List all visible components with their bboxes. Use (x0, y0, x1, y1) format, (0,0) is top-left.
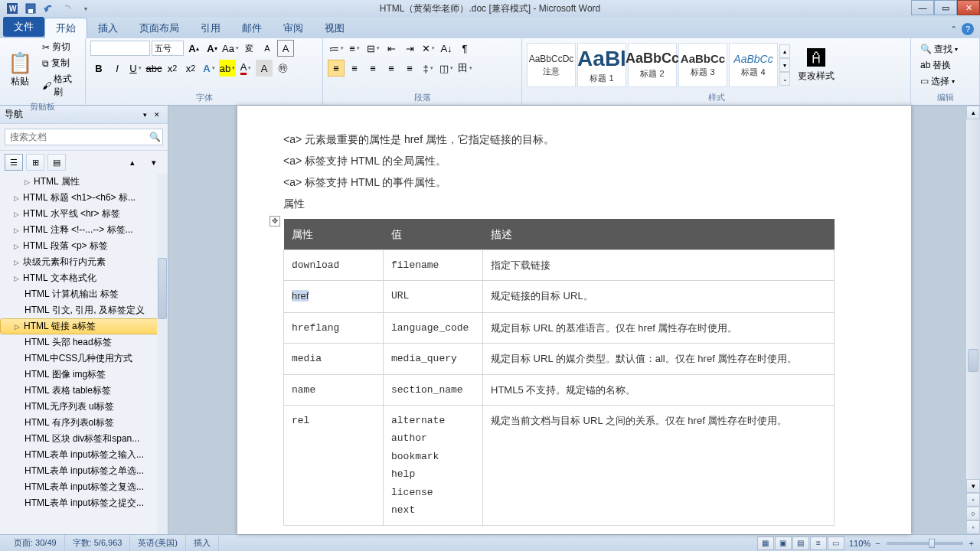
minimize-ribbon-icon[interactable]: ⌃ (950, 24, 957, 34)
nav-item[interactable]: HTML 计算机输出 标签 (0, 286, 168, 302)
word-icon[interactable]: W (5, 2, 20, 15)
tab-view[interactable]: 视图 (314, 18, 355, 38)
scroll-down-icon[interactable]: ▾ (966, 479, 980, 493)
close-button[interactable]: ✕ (957, 0, 980, 15)
tab-review[interactable]: 审阅 (273, 18, 314, 38)
text-effects-button[interactable]: A (201, 60, 217, 77)
table-move-handle[interactable]: ✥ (270, 216, 280, 227)
nav-scrollbar[interactable] (157, 174, 168, 534)
next-page-icon[interactable]: ◦ (966, 520, 980, 534)
char-shading-button[interactable]: A (256, 60, 273, 77)
tab-mail[interactable]: 邮件 (231, 18, 273, 38)
clear-format-button[interactable]: A (259, 40, 276, 57)
paste-button[interactable]: 📋 粘贴 (5, 51, 34, 88)
bullets-button[interactable]: ≔ (328, 40, 345, 57)
nav-item[interactable]: HTML 区块 div标签和span... (0, 431, 168, 447)
gallery-down-icon[interactable]: ▾ (779, 58, 790, 72)
save-icon[interactable] (23, 2, 38, 15)
help-icon[interactable]: ? (962, 23, 974, 35)
view-draft[interactable]: ▭ (828, 536, 844, 550)
enclosed-char-button[interactable]: ㊕ (274, 60, 291, 77)
nav-tab-results[interactable]: ▤ (47, 154, 66, 171)
change-case-button[interactable]: Aa (222, 40, 239, 57)
cut-button[interactable]: ✂剪切 (41, 40, 80, 54)
decrease-indent-button[interactable]: ⇤ (383, 40, 400, 57)
nav-scroll-thumb[interactable] (158, 258, 167, 319)
nav-item[interactable]: ▷HTML 段落 <p> 标签 (0, 238, 168, 254)
view-outline[interactable]: ≡ (810, 536, 827, 550)
tab-pagelayout[interactable]: 页面布局 (129, 18, 190, 38)
nav-item[interactable]: ▷HTML 文本格式化 (0, 270, 168, 286)
search-icon[interactable]: 🔍 (147, 132, 162, 142)
minimize-button[interactable]: — (911, 0, 934, 15)
page[interactable]: <a> 元素最重要的属性是 href 属性，它指定链接的目标。 <a> 标签支持… (237, 106, 911, 534)
gallery-more-icon[interactable]: ⌄ (779, 72, 790, 86)
zoom-out-button[interactable]: − (875, 539, 880, 548)
zoom-in-button[interactable]: + (969, 539, 974, 548)
tab-insert[interactable]: 插入 (87, 18, 129, 38)
nav-item[interactable]: ▷HTML 链接 a标签 (0, 318, 168, 334)
view-print-layout[interactable]: ▦ (757, 536, 774, 550)
nav-next-icon[interactable]: ▾ (145, 154, 163, 171)
style-item-2[interactable]: AaBbCc标题 2 (628, 43, 677, 87)
nav-item[interactable]: HTML 图像 img标签 (0, 367, 168, 383)
nav-search-input[interactable] (5, 132, 147, 142)
line-spacing-button[interactable]: ‡ (420, 60, 436, 77)
nav-item[interactable]: HTML 有序列表ol标签 (0, 415, 168, 431)
nav-item[interactable]: HTML表单 input标签之复选... (0, 479, 168, 495)
increase-indent-button[interactable]: ⇥ (401, 40, 418, 57)
nav-item[interactable]: ▷HTML 标题 <h1>-<h6> 标... (0, 190, 168, 206)
tab-references[interactable]: 引用 (190, 18, 231, 38)
select-button[interactable]: ▭选择▾ (919, 74, 959, 89)
nav-item[interactable]: HTML表单 input标签之输入... (0, 447, 168, 463)
font-size-combo[interactable] (152, 41, 184, 56)
shading-button[interactable]: ◫ (438, 60, 455, 77)
nav-menu-icon[interactable]: ▾ (139, 109, 151, 121)
style-gallery[interactable]: AaBbCcDc注意 AaBl标题 1 AaBbCc标题 2 AaBbCc标题 … (527, 43, 790, 87)
maximize-button[interactable]: ▭ (934, 0, 957, 15)
numbering-button[interactable]: ≡ (346, 40, 363, 57)
status-page[interactable]: 页面: 30/49 (6, 535, 65, 551)
copy-button[interactable]: ⧉复制 (41, 56, 80, 70)
borders-button[interactable]: 田 (456, 60, 473, 77)
nav-item[interactable]: HTML表单 input标签之提交... (0, 495, 168, 511)
status-language[interactable]: 英语(美国) (130, 535, 185, 551)
qat-more-icon[interactable]: ▾ (78, 2, 93, 15)
nav-item[interactable]: HTML 引文, 引用, 及标签定义 (0, 302, 168, 318)
nav-close-icon[interactable]: ✕ (151, 109, 163, 121)
distributed-button[interactable]: ≡ (401, 60, 418, 77)
gallery-up-icon[interactable]: ▴ (779, 44, 790, 58)
redo-icon[interactable] (60, 2, 75, 15)
doc-scrollbar[interactable]: ▴ ▾ ◦ ○ ◦ (966, 106, 980, 534)
bold-button[interactable]: B (90, 60, 107, 77)
sort-button[interactable]: A↓ (438, 40, 455, 57)
nav-item[interactable]: HTML 表格 table标签 (0, 383, 168, 399)
nav-item[interactable]: ▷HTML 注释 <!--...--> 标签... (0, 222, 168, 238)
char-border-button[interactable]: A (277, 40, 294, 57)
nav-item[interactable]: HTML中CSS几种使用方式 (0, 350, 168, 367)
show-marks-button[interactable]: ¶ (456, 40, 473, 57)
nav-prev-icon[interactable]: ▴ (123, 154, 142, 171)
style-item-0[interactable]: AaBbCcDc注意 (527, 43, 576, 87)
phonetic-button[interactable]: 変 (240, 40, 257, 57)
font-color-button[interactable]: A (237, 60, 254, 77)
zoom-slider[interactable] (887, 542, 963, 545)
text-direction-button[interactable]: ✕ (420, 40, 436, 57)
style-item-1[interactable]: AaBl标题 1 (577, 43, 626, 87)
replace-button[interactable]: ab替换 (919, 58, 959, 73)
format-painter-button[interactable]: 🖌格式刷 (41, 72, 80, 99)
underline-button[interactable]: U (127, 60, 144, 77)
change-styles-button[interactable]: 🅰 更改样式 (798, 47, 835, 83)
scroll-up-icon[interactable]: ▴ (966, 106, 980, 119)
nav-tree[interactable]: ▷HTML 属性▷HTML 标题 <h1>-<h6> 标...▷HTML 水平线… (0, 174, 168, 534)
italic-button[interactable]: I (109, 60, 126, 77)
font-name-combo[interactable] (90, 41, 150, 56)
find-button[interactable]: 🔍查找▾ (919, 42, 959, 57)
nav-item[interactable]: HTML表单 input标签之单选... (0, 463, 168, 479)
zoom-level[interactable]: 110% (849, 539, 871, 548)
align-right-button[interactable]: ≡ (364, 60, 381, 77)
style-item-3[interactable]: AaBbCc标题 3 (678, 43, 727, 87)
doc-scroll-thumb[interactable] (968, 349, 978, 372)
subscript-button[interactable]: x2 (164, 60, 181, 77)
nav-item[interactable]: ▷HTML 水平线 <hr> 标签 (0, 206, 168, 222)
